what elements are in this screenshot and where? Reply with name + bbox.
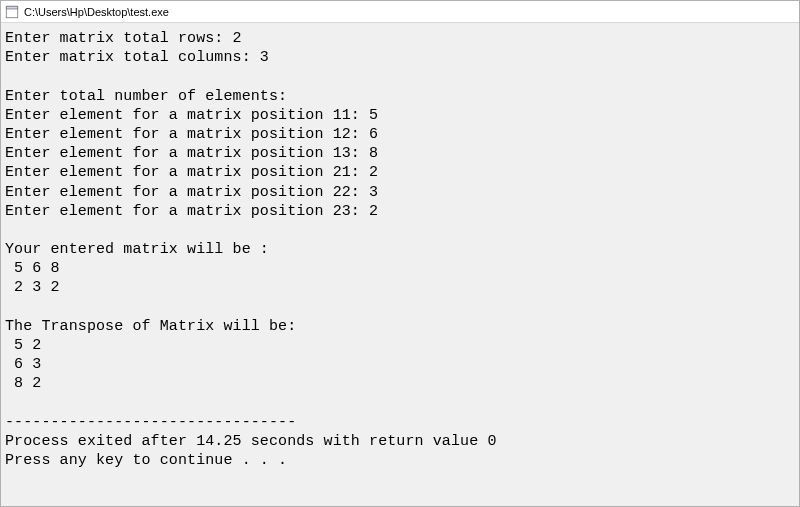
console-line: Enter matrix total columns: 3 xyxy=(5,49,269,66)
console-line: 8 2 xyxy=(5,375,41,392)
console-line: Enter element for a matrix position 21: … xyxy=(5,164,378,181)
console-line: Enter total number of elements: xyxy=(5,88,287,105)
console-line: The Transpose of Matrix will be: xyxy=(5,318,296,335)
console-line: 2 3 2 xyxy=(5,279,60,296)
console-line: 6 3 xyxy=(5,356,41,373)
app-icon xyxy=(5,5,19,19)
svg-rect-1 xyxy=(6,6,17,9)
console-window: C:\Users\Hp\Desktop\test.exe Enter matri… xyxy=(0,0,800,507)
console-line: 5 6 8 xyxy=(5,260,60,277)
console-output[interactable]: Enter matrix total rows: 2 Enter matrix … xyxy=(1,23,799,474)
console-line: Enter element for a matrix position 12: … xyxy=(5,126,378,143)
console-line: Enter element for a matrix position 23: … xyxy=(5,203,378,220)
console-line: Process exited after 14.25 seconds with … xyxy=(5,433,496,450)
console-line: -------------------------------- xyxy=(5,414,296,431)
console-line: Enter matrix total rows: 2 xyxy=(5,30,242,47)
console-line: Press any key to continue . . . xyxy=(5,452,287,469)
console-line: 5 2 xyxy=(5,337,41,354)
console-line: Enter element for a matrix position 13: … xyxy=(5,145,378,162)
console-line: Your entered matrix will be : xyxy=(5,241,269,258)
console-line: Enter element for a matrix position 11: … xyxy=(5,107,378,124)
window-title: C:\Users\Hp\Desktop\test.exe xyxy=(24,6,169,18)
console-line: Enter element for a matrix position 22: … xyxy=(5,184,378,201)
titlebar[interactable]: C:\Users\Hp\Desktop\test.exe xyxy=(1,1,799,23)
